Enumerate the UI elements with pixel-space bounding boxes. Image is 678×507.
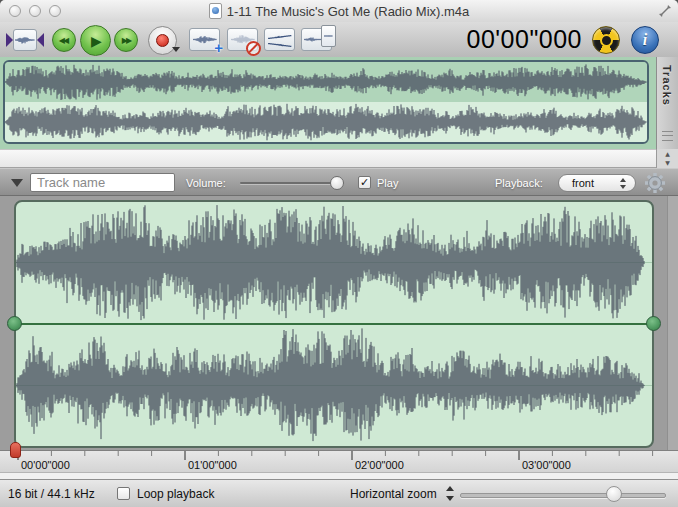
dropdown-stepper-icon	[620, 178, 627, 189]
play-checkbox[interactable]: ✓	[358, 176, 371, 189]
scroll-down-icon[interactable]: ▼	[657, 158, 678, 167]
tracks-side-tab[interactable]: Tracks	[656, 57, 678, 149]
info-icon: i	[643, 31, 647, 49]
prohibition-badge-icon	[246, 41, 261, 56]
playback-dropdown-value: front	[572, 177, 594, 189]
insert-waveform-button[interactable]: +	[189, 28, 220, 51]
info-button[interactable]: i	[631, 26, 659, 54]
fast-forward-icon: ▶▶	[122, 36, 130, 45]
channel-left-waveform[interactable]	[16, 202, 652, 323]
gear-icon	[643, 171, 667, 195]
play-icon: ▶	[91, 33, 102, 49]
trim-waveform-button[interactable]	[264, 28, 295, 51]
waveform-to-new-window-button[interactable]	[301, 28, 332, 51]
envelope-handle-left[interactable]	[7, 316, 22, 331]
ruler-label: 01'00"000	[188, 459, 237, 471]
track-editor-area	[0, 196, 678, 450]
ruler-ticks	[0, 451, 678, 461]
window-title: 1-11 The Music's Got Me (Radio Mix).m4a	[227, 4, 470, 19]
loop-playback-label: Loop playback	[137, 487, 214, 501]
scrollbar-row: ▲ ▼	[0, 149, 678, 168]
loop-playback-checkbox[interactable]	[117, 487, 130, 500]
status-bar: 16 bit / 44.1 kHz Loop playback Horizont…	[0, 479, 678, 507]
play-button[interactable]: ▶	[80, 25, 111, 56]
expand-icon[interactable]	[658, 4, 672, 18]
document-icon	[209, 3, 222, 19]
audio-format-text: 16 bit / 44.1 kHz	[8, 487, 95, 501]
right-scrollbar-track[interactable]	[667, 196, 678, 450]
playback-label: Playback:	[495, 177, 543, 189]
record-options-caret-icon[interactable]	[172, 47, 180, 52]
time-display: 00'00"000	[430, 22, 582, 57]
channel-right-waveform[interactable]	[16, 325, 652, 446]
rewind-button[interactable]: ◀◀	[52, 28, 76, 52]
ruler-label: 00'00"000	[21, 459, 70, 471]
overview-channel-right	[5, 102, 647, 142]
track-settings-button[interactable]	[643, 171, 667, 195]
horizontal-zoom-label: Horizontal zoom	[350, 487, 437, 501]
toolbar: ◀◀ ▶ ▶▶ + 00'00"000 i	[0, 22, 678, 58]
ruler-label: 03'00"000	[522, 459, 571, 471]
zoom-stepper[interactable]	[446, 486, 455, 501]
playhead-marker[interactable]	[10, 442, 21, 458]
divider	[0, 472, 678, 479]
envelope-handle-right[interactable]	[646, 316, 661, 331]
tracks-overview-panel: Tracks	[0, 57, 678, 149]
overview-channel-left	[5, 62, 647, 102]
selection-right-triangle-icon	[37, 33, 44, 47]
volume-slider[interactable]	[240, 182, 344, 184]
new-window-badge-icon	[321, 25, 336, 47]
volume-envelope-line[interactable]	[14, 323, 654, 325]
ruler-label: 02'00"000	[355, 459, 404, 471]
waveform-icon	[13, 29, 37, 51]
volume-slider-knob[interactable]	[330, 176, 344, 190]
horizontal-zoom-slider[interactable]	[460, 493, 666, 498]
title-group: 1-11 The Music's Got Me (Radio Mix).m4a	[0, 0, 678, 22]
tab-grip-icon[interactable]	[662, 131, 673, 141]
track-name-input[interactable]	[30, 173, 175, 192]
selection-tool-button[interactable]	[6, 29, 44, 51]
plus-badge-icon: +	[214, 39, 223, 56]
play-checkbox-label: Play	[377, 177, 398, 189]
rewind-icon: ◀◀	[59, 36, 67, 45]
horizontal-zoom-knob[interactable]	[606, 486, 622, 502]
burn-button[interactable]	[592, 26, 620, 54]
selection-left-triangle-icon	[6, 33, 13, 47]
tracks-tab-label: Tracks	[661, 65, 673, 106]
titlebar: 1-11 The Music's Got Me (Radio Mix).m4a	[0, 0, 678, 23]
horizontal-scrollbar[interactable]	[0, 149, 656, 168]
radiation-icon	[600, 34, 613, 47]
disclosure-triangle-icon[interactable]	[11, 179, 23, 187]
vertical-scroll-arrows[interactable]: ▲ ▼	[656, 149, 678, 168]
record-icon	[156, 34, 169, 47]
app-window: 1-11 The Music's Got Me (Radio Mix).m4a …	[0, 0, 678, 507]
time-ruler[interactable]: 00'00"000 01'00"000 02'00"000 03'00"000	[0, 450, 678, 472]
scroll-up-icon[interactable]: ▲	[657, 149, 678, 158]
volume-label: Volume:	[186, 177, 226, 189]
playback-dropdown[interactable]: front	[558, 174, 636, 192]
overview-waveform[interactable]	[3, 60, 649, 144]
fast-forward-button[interactable]: ▶▶	[114, 28, 138, 52]
track-controls-bar: Volume: ✓ Play Playback: front	[0, 168, 678, 196]
track-waveform[interactable]	[14, 200, 654, 448]
delete-waveform-button-disabled	[227, 28, 258, 51]
